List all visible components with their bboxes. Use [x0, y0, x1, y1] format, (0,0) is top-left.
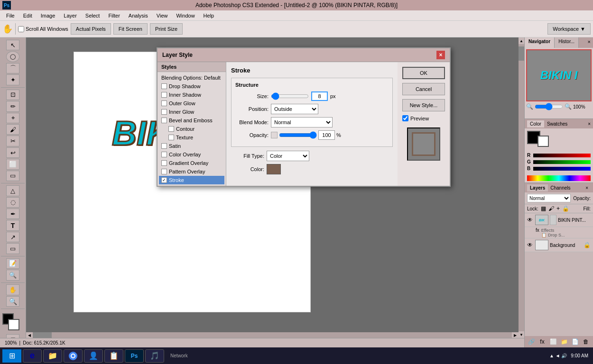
tab-channels[interactable]: Channels: [548, 184, 573, 191]
gradient-overlay-checkbox[interactable]: [161, 160, 167, 166]
ok-button[interactable]: OK: [402, 67, 445, 79]
cancel-button[interactable]: Cancel: [402, 83, 445, 95]
add-mask-btn[interactable]: ⬜: [549, 337, 557, 346]
menu-help[interactable]: Help: [200, 12, 218, 19]
color-overlay-checkbox[interactable]: [161, 152, 167, 157]
menu-analysis[interactable]: Analysis: [125, 12, 152, 19]
scroll-all-input[interactable]: [18, 26, 24, 32]
style-drop-shadow[interactable]: Drop Shadow: [159, 82, 224, 91]
scroll-up-btn[interactable]: ▲: [519, 37, 524, 44]
style-gradient-overlay[interactable]: Gradient Overlay: [159, 159, 224, 167]
menu-layer[interactable]: Layer: [60, 12, 81, 19]
size-input[interactable]: [311, 91, 328, 101]
layer-eye-bikin[interactable]: 👁: [527, 217, 534, 223]
style-inner-glow[interactable]: Inner Glow: [159, 108, 224, 116]
menu-view[interactable]: View: [153, 12, 172, 19]
zoom-out-icon[interactable]: 🔍: [526, 103, 533, 110]
tab-layers[interactable]: Layers: [527, 184, 548, 191]
magic-wand-tool[interactable]: ✦: [6, 74, 19, 85]
delete-layer-btn[interactable]: 🗑: [582, 337, 590, 346]
position-select[interactable]: Outside Inside Center: [271, 104, 318, 114]
layer-item-background[interactable]: 👁 Background 🔒: [525, 238, 593, 252]
b-slider[interactable]: [533, 167, 591, 171]
pattern-overlay-checkbox[interactable]: [161, 169, 167, 174]
blur-tool[interactable]: △: [6, 185, 19, 196]
brush-tool[interactable]: 🖌: [6, 124, 19, 135]
new-style-button[interactable]: New Style...: [402, 99, 445, 111]
r-slider[interactable]: [533, 154, 591, 157]
menu-image[interactable]: Image: [37, 12, 59, 19]
taskbar-chrome[interactable]: [64, 349, 83, 363]
style-outer-glow[interactable]: Outer Glow: [159, 99, 224, 108]
eraser-tool[interactable]: ⬜: [6, 159, 19, 169]
taskbar-media[interactable]: 🎵: [145, 349, 164, 363]
new-group-btn[interactable]: 📁: [560, 337, 568, 346]
add-style-btn[interactable]: fx: [538, 337, 547, 346]
inner-shadow-checkbox[interactable]: [161, 92, 167, 98]
scroll-thumb[interactable]: [519, 46, 524, 61]
bevel-emboss-checkbox[interactable]: [161, 118, 167, 123]
menu-select[interactable]: Select: [82, 12, 104, 19]
lock-transparent-icon[interactable]: ▩: [541, 205, 546, 212]
taskbar-ie[interactable]: e: [23, 349, 42, 363]
crop-tool[interactable]: ⊡: [6, 90, 19, 100]
new-layer-btn[interactable]: 📄: [571, 337, 579, 346]
preview-checkbox[interactable]: [402, 115, 408, 121]
history-brush-tool[interactable]: ↩: [6, 147, 19, 158]
link-layers-btn[interactable]: 🔗: [527, 337, 536, 346]
actual-pixels-btn[interactable]: Actual Pixels: [71, 23, 111, 35]
satin-checkbox[interactable]: [161, 143, 167, 149]
size-slider[interactable]: [271, 92, 309, 100]
start-button[interactable]: ⊞: [2, 349, 21, 363]
layer-eye-background[interactable]: 👁: [527, 242, 534, 248]
menu-filter[interactable]: Filter: [104, 12, 123, 19]
taskbar-user[interactable]: 👤: [84, 349, 103, 363]
style-inner-shadow[interactable]: Inner Shadow: [159, 91, 224, 99]
pen-tool[interactable]: ✒: [6, 209, 19, 219]
gradient-tool[interactable]: ▭: [6, 171, 19, 181]
layer-item-bikin[interactable]: 👁 BIK BIKIN PINT...: [525, 213, 593, 227]
menu-window[interactable]: Window: [172, 12, 198, 19]
stroke-color-swatch[interactable]: [267, 164, 281, 174]
text-tool[interactable]: T: [6, 220, 19, 230]
eyedropper-tool[interactable]: ✏: [6, 101, 19, 111]
zoom-tool[interactable]: 🔍: [6, 296, 19, 307]
style-bevel-emboss[interactable]: Bevel and Emboss: [159, 116, 224, 125]
preview-checkbox-row[interactable]: Preview: [402, 115, 445, 121]
inner-glow-checkbox[interactable]: [161, 109, 167, 115]
menu-file[interactable]: File: [2, 12, 19, 19]
h-scroll-track[interactable]: [33, 332, 512, 338]
hand-tool-icon[interactable]: ✋: [2, 24, 13, 34]
fill-type-select[interactable]: Color Gradient Pattern: [267, 151, 309, 161]
move-tool[interactable]: ↖: [6, 40, 19, 50]
lock-all-icon[interactable]: 🔒: [562, 205, 569, 212]
heal-tool[interactable]: ⌖: [6, 113, 19, 123]
outer-glow-checkbox[interactable]: [161, 100, 167, 106]
lasso-tool[interactable]: ⌒: [6, 63, 19, 73]
style-stroke[interactable]: Stroke: [159, 176, 224, 184]
color-panel-close[interactable]: ×: [588, 121, 591, 127]
taskbar-notes[interactable]: 📋: [104, 349, 123, 363]
clone-tool[interactable]: ✂: [6, 136, 19, 146]
style-blending-options[interactable]: Blending Options: Default: [159, 73, 224, 82]
eyedropper2-tool[interactable]: 🔍: [6, 270, 19, 280]
panel-close-btn[interactable]: ×: [585, 37, 593, 48]
scroll-all-checkbox[interactable]: Scroll All Windows: [18, 26, 68, 32]
style-color-overlay[interactable]: Color Overlay: [159, 150, 224, 159]
blend-mode-select[interactable]: Normal: [527, 194, 571, 202]
print-size-btn[interactable]: Print Size: [150, 23, 183, 35]
fit-screen-btn[interactable]: Fit Screen: [113, 23, 148, 35]
path-tool[interactable]: ↗: [6, 232, 19, 242]
g-slider[interactable]: [533, 160, 591, 164]
style-satin[interactable]: Satin: [159, 142, 224, 150]
scroll-right-btn[interactable]: ▶: [512, 332, 519, 338]
workspace-btn[interactable]: Workspace ▼: [547, 23, 591, 35]
taskbar-explorer[interactable]: 📁: [43, 349, 62, 363]
lock-image-icon[interactable]: 🖌: [548, 205, 554, 212]
stroke-checkbox[interactable]: [161, 177, 167, 183]
color-spectrum-bar[interactable]: [527, 175, 591, 181]
scroll-down-btn[interactable]: ▼: [519, 331, 524, 338]
contour-checkbox[interactable]: [168, 126, 174, 132]
texture-checkbox[interactable]: [168, 135, 174, 140]
tab-color[interactable]: Color: [527, 120, 544, 127]
